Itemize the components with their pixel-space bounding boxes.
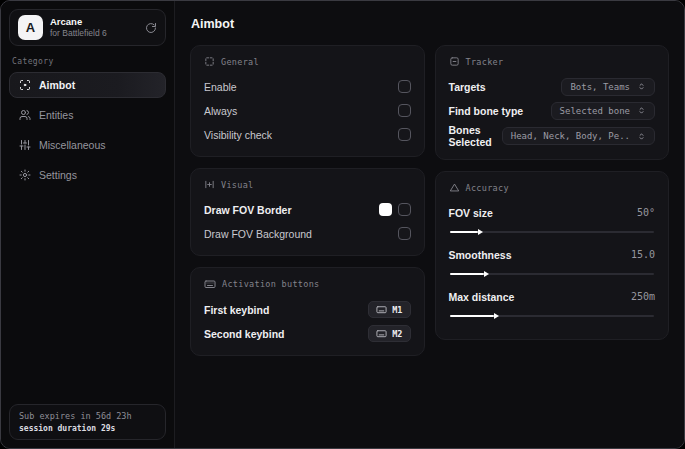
targets-select[interactable]: Bots, Teams bbox=[561, 78, 655, 96]
activation-card-header: Activation buttons bbox=[204, 278, 411, 290]
refresh-icon[interactable] bbox=[145, 22, 157, 34]
smoothness-value: 15.0 bbox=[631, 249, 655, 260]
setting-row-second-keybind: Second keybind M2 bbox=[204, 323, 411, 344]
app-header: A Arcane for Battlefield 6 bbox=[9, 9, 166, 46]
dashed-square-icon bbox=[204, 56, 215, 67]
setting-row-enable: Enable bbox=[204, 76, 411, 97]
page-title: Aimbot bbox=[191, 17, 669, 31]
fov-border-color-swatch[interactable] bbox=[379, 203, 392, 216]
setting-label: Always bbox=[204, 105, 237, 117]
session-duration-text: session duration 29s bbox=[19, 424, 156, 433]
setting-label: Visibility check bbox=[204, 129, 272, 141]
keybind-value: M2 bbox=[392, 329, 402, 339]
keyboard-icon bbox=[204, 278, 216, 290]
keyboard-icon bbox=[376, 304, 387, 315]
tracker-card: Tracker Targets Bots, Teams Find bone ty… bbox=[435, 45, 670, 160]
max-distance-value: 250m bbox=[631, 291, 655, 302]
select-value: Selected bone bbox=[560, 106, 630, 116]
draw-fov-border-checkbox[interactable] bbox=[398, 203, 411, 216]
find-bone-type-select[interactable]: Selected bone bbox=[551, 102, 655, 120]
sidebar-item-label: Entities bbox=[39, 109, 73, 121]
second-keybind-button[interactable]: M2 bbox=[368, 325, 410, 342]
smoothness-slider[interactable] bbox=[450, 273, 655, 275]
bones-selected-select[interactable]: Head, Neck, Body, Pe.. bbox=[502, 127, 655, 145]
tracker-card-header: Tracker bbox=[449, 56, 656, 67]
setting-label: Enable bbox=[204, 81, 237, 93]
visual-card: Visual Draw FOV Border Draw FOV Backgrou… bbox=[190, 168, 425, 256]
card-title: Tracker bbox=[466, 57, 504, 67]
setting-label: Find bone type bbox=[449, 105, 524, 117]
setting-row-find-bone-type: Find bone type Selected bone bbox=[449, 100, 656, 121]
main-content: Aimbot General Enable bbox=[175, 1, 684, 448]
setting-label: Draw FOV Border bbox=[204, 204, 292, 216]
select-value: Head, Neck, Body, Pe.. bbox=[511, 131, 630, 141]
setting-row-visibility-check: Visibility check bbox=[204, 124, 411, 145]
general-card: General Enable Always Visibility check bbox=[190, 45, 425, 157]
keybind-value: M1 bbox=[392, 305, 402, 315]
square-minus-icon bbox=[449, 56, 460, 67]
setting-label: Draw FOV Background bbox=[204, 228, 312, 240]
app-name: Arcane bbox=[50, 16, 107, 28]
sidebar-item-settings[interactable]: Settings bbox=[9, 162, 166, 188]
setting-row-fov-size: FOV size 50° bbox=[449, 202, 656, 223]
card-title: Accuracy bbox=[466, 183, 509, 193]
chevrons-up-down-icon bbox=[637, 132, 646, 141]
keyboard-icon bbox=[376, 328, 387, 339]
max-distance-slider[interactable] bbox=[450, 315, 655, 317]
app-logo: A bbox=[18, 15, 43, 40]
card-title: General bbox=[221, 57, 259, 67]
triangle-icon bbox=[449, 182, 460, 193]
general-card-header: General bbox=[204, 56, 411, 67]
subscription-status: Sub expires in 56d 23h session duration … bbox=[9, 404, 166, 440]
setting-label: Targets bbox=[449, 81, 486, 93]
right-column: Tracker Targets Bots, Teams Find bone ty… bbox=[435, 45, 670, 356]
setting-row-always: Always bbox=[204, 100, 411, 121]
setting-row-first-keybind: First keybind M1 bbox=[204, 299, 411, 320]
setting-row-bones-selected: Bones Selected Head, Neck, Body, Pe.. bbox=[449, 124, 656, 148]
sidebar-item-miscellaneous[interactable]: Miscellaneous bbox=[9, 132, 166, 158]
slider-fill[interactable] bbox=[450, 315, 495, 317]
setting-row-smoothness: Smoothness 15.0 bbox=[449, 244, 656, 265]
sidebar-item-entities[interactable]: Entities bbox=[9, 102, 166, 128]
slider-fill[interactable] bbox=[450, 273, 485, 275]
sub-expires-text: Sub expires in 56d 23h bbox=[19, 411, 156, 421]
setting-label: First keybind bbox=[204, 304, 269, 316]
sidebar-item-label: Miscellaneous bbox=[39, 139, 106, 151]
slider-fill[interactable] bbox=[450, 231, 479, 233]
fov-size-slider[interactable] bbox=[450, 231, 655, 233]
sidebar-item-aimbot[interactable]: Aimbot bbox=[9, 72, 166, 98]
setting-label: FOV size bbox=[449, 207, 493, 219]
fov-size-value: 50° bbox=[637, 207, 655, 218]
setting-label: Smoothness bbox=[449, 249, 512, 261]
setting-row-draw-fov-background: Draw FOV Background bbox=[204, 223, 411, 244]
users-icon bbox=[19, 109, 31, 121]
activation-buttons-card: Activation buttons First keybind M1 Seco… bbox=[190, 267, 425, 356]
setting-label: Max distance bbox=[449, 291, 515, 303]
setting-label: Bones Selected bbox=[449, 124, 502, 148]
accuracy-card-header: Accuracy bbox=[449, 182, 656, 193]
first-keybind-button[interactable]: M1 bbox=[368, 301, 410, 318]
app-subtitle: for Battlefield 6 bbox=[50, 28, 107, 39]
enable-checkbox[interactable] bbox=[398, 80, 411, 93]
chevrons-up-down-icon bbox=[637, 106, 646, 115]
select-value: Bots, Teams bbox=[570, 82, 630, 92]
visibility-check-checkbox[interactable] bbox=[398, 128, 411, 141]
draw-fov-background-checkbox[interactable] bbox=[398, 227, 411, 240]
sidebar-item-label: Aimbot bbox=[39, 79, 75, 91]
setting-row-max-distance: Max distance 250m bbox=[449, 286, 656, 307]
accuracy-card: Accuracy FOV size 50° Smoothness 15.0 bbox=[435, 171, 670, 340]
card-title: Visual bbox=[221, 180, 254, 190]
crosshair-scan-icon bbox=[19, 79, 31, 91]
gear-icon bbox=[19, 169, 31, 181]
always-checkbox[interactable] bbox=[398, 104, 411, 117]
sidebar: A Arcane for Battlefield 6 Category Aimb… bbox=[1, 1, 175, 448]
sliders-vertical-icon bbox=[19, 139, 31, 151]
card-title: Activation buttons bbox=[222, 279, 320, 289]
chevrons-up-down-icon bbox=[637, 82, 646, 91]
category-label: Category bbox=[12, 57, 163, 66]
app-window: A Arcane for Battlefield 6 Category Aimb… bbox=[0, 0, 685, 449]
setting-row-targets: Targets Bots, Teams bbox=[449, 76, 656, 97]
adjustments-icon bbox=[204, 179, 215, 190]
left-column: General Enable Always Visibility check bbox=[190, 45, 425, 356]
setting-label: Second keybind bbox=[204, 328, 285, 340]
